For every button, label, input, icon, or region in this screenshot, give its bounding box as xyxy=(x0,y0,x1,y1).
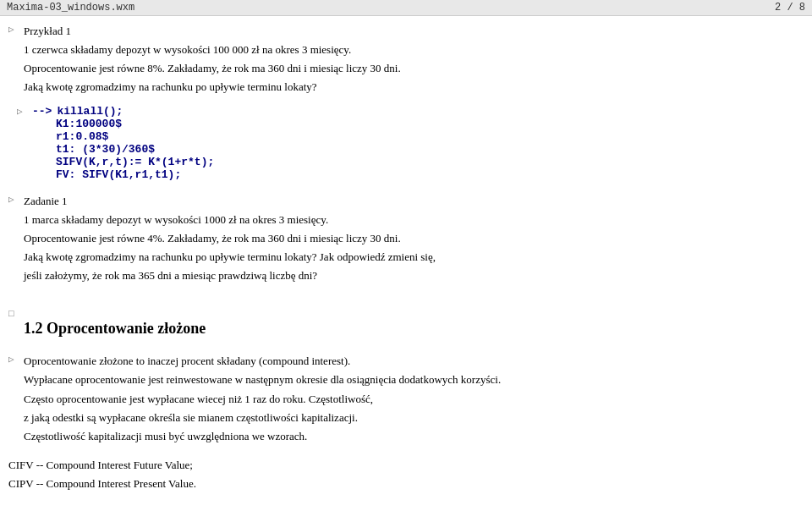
example-label: Przykład 1 xyxy=(24,23,401,40)
cipv-text: CIPV -- Compound Interest Present Value. xyxy=(8,475,798,492)
example-text-1: 1 czerwca składamy depozyt w wysokości 1… xyxy=(24,41,401,58)
page-number: 2 / 8 xyxy=(775,2,805,14)
zadanie-section: ▷ Zadanie 1 1 marca składamy depozyt w w… xyxy=(8,193,798,287)
left-marker-3: ▷ xyxy=(8,353,24,365)
zadanie-text-2: Oprocentowanie jest równe 4%. Zakładamy,… xyxy=(24,230,436,247)
code-line-k1: K1:100000$ xyxy=(56,118,798,130)
cifv-text: CIFV -- Compound Interest Future Value; xyxy=(8,457,798,474)
example-text-2: Oprocentowanie jest równe 8%. Zakładamy,… xyxy=(24,60,401,77)
code-line-r1: r1:0.08$ xyxy=(56,130,798,143)
filename: Maxima-03_windows.wxm xyxy=(7,2,134,14)
oprocentowanie-text-2: Wypłacane oprocentowanie jest reinwestow… xyxy=(24,371,501,388)
zadanie-text-1: 1 marca składamy depozyt w wysokości 100… xyxy=(24,212,436,228)
code-block-1: ▷ --> killall(); K1:100000$ r1:0.08$ t1:… xyxy=(17,105,798,181)
prompt-1: --> xyxy=(32,105,52,118)
oprocentowanie-section: ▷ Oprocentowanie złożone to inaczej proc… xyxy=(8,353,798,447)
oprocentowanie-text-3: Często oprocentowanie jest wypłacane wie… xyxy=(24,391,501,408)
oprocentowanie-text-1: Oprocentowanie złożone to inaczej procen… xyxy=(24,353,501,370)
left-marker-heading: □ xyxy=(8,308,24,319)
left-marker-1: ▷ xyxy=(8,23,24,35)
zadanie-text-3: Jaką kwotę zgromadzimy na rachunku po up… xyxy=(24,249,436,266)
oprocentowanie-text-5: Częstotliwość kapitalizacji musi być uwz… xyxy=(24,428,501,445)
cifv-cipv-block: CIFV -- Compound Interest Future Value; … xyxy=(8,457,798,492)
left-marker-2: ▷ xyxy=(8,193,24,205)
oprocentowanie-text-4: z jaką odestki są wypłacane określa sie … xyxy=(24,409,501,426)
zadanie-text-4: jeśli założymy, że rok ma 365 dni a mies… xyxy=(24,267,436,284)
example-text-3: Jaką kwotę zgromadzimy na rachunku po up… xyxy=(24,79,401,96)
section-heading: 1.2 Oprocentowanie złożone xyxy=(24,320,206,338)
code-line-sifv: SIFV(K,r,t):= K*(1+r*t); xyxy=(56,156,798,168)
code-line-t1: t1: (3*30)/360$ xyxy=(56,143,798,156)
code-line-fv: FV: SIFV(K1,r1,t1); xyxy=(56,168,798,181)
zadanie-label: Zadanie 1 xyxy=(24,193,436,210)
section-heading-block: □ 1.2 Oprocentowanie złożone xyxy=(8,308,798,344)
code-line-killall: killall(); xyxy=(57,105,123,118)
example-section: ▷ Przykład 1 1 czerwca składamy depozyt … xyxy=(8,23,798,98)
left-marker-code1: ▷ xyxy=(17,105,32,117)
